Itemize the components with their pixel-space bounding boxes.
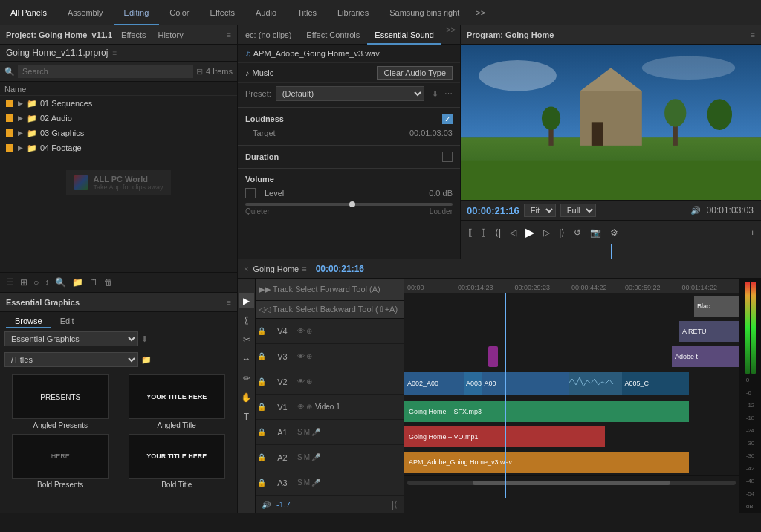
pen-tool-btn[interactable]: ✏ bbox=[239, 371, 254, 386]
eg-item-angled-title[interactable]: YOUR TITLE HERE Angled Title bbox=[121, 374, 233, 429]
a3-lock-icon[interactable]: 🔒 bbox=[256, 479, 268, 487]
nav-assembly[interactable]: Assembly bbox=[57, 0, 114, 25]
a2-solo-icon[interactable]: S bbox=[297, 453, 302, 461]
scrollbar-track[interactable] bbox=[407, 481, 736, 485]
essential-sound-tab[interactable]: Essential Sound bbox=[367, 25, 441, 45]
eg-item-angled-presents[interactable]: PRESENTS Angled Presents bbox=[4, 374, 117, 429]
export-frame-btn[interactable]: 📷 bbox=[589, 226, 603, 239]
v2-right-clip[interactable]: Adobe t bbox=[672, 346, 739, 367]
monitor-playback-bar[interactable] bbox=[461, 244, 761, 259]
sort-btn[interactable]: ↕ bbox=[43, 276, 51, 289]
v2-lock-icon[interactable]: 🔒 bbox=[256, 377, 268, 386]
list-view-btn[interactable]: ☰ bbox=[4, 276, 16, 289]
eg-item-bold-title[interactable]: YOUR TITLE HERE Bold Title bbox=[121, 434, 233, 489]
a1-mic-icon[interactable]: 🎤 bbox=[311, 428, 320, 436]
type-tool-btn[interactable]: T bbox=[239, 409, 254, 424]
v1-clip-1[interactable]: A002_A00 bbox=[404, 372, 464, 395]
a3-clip[interactable]: APM_Adobe_Going Home_v3.wav bbox=[404, 452, 689, 473]
project-title-menu[interactable]: ≡ bbox=[112, 49, 117, 57]
eg-menu-icon[interactable]: ≡ bbox=[227, 298, 231, 307]
level-checkbox[interactable] bbox=[245, 188, 256, 198]
preset-more-icon[interactable]: ⋯ bbox=[444, 89, 453, 99]
v2-eye-icon[interactable]: 👁 bbox=[297, 377, 305, 386]
sound-panel-more[interactable]: >> bbox=[441, 25, 460, 44]
v1-eye-icon[interactable]: 👁 bbox=[297, 403, 305, 411]
preset-select[interactable]: (Default) bbox=[276, 86, 424, 101]
a3-mic-icon[interactable]: 🎤 bbox=[311, 479, 320, 487]
volume-slider-track[interactable] bbox=[245, 203, 453, 206]
search-btn-bottom[interactable]: 🔍 bbox=[54, 276, 68, 289]
slip-tool-btn[interactable]: ↔ bbox=[239, 351, 254, 366]
expand-arrow-01[interactable]: ▶ bbox=[18, 100, 27, 107]
settings-btn[interactable]: ⚙ bbox=[609, 226, 620, 239]
timeline-ruler[interactable]: 00:00 00:00:14:23 00:00:29:23 00:00:44:2… bbox=[404, 279, 739, 293]
razor-tool-btn[interactable]: ✂ bbox=[239, 332, 254, 347]
v4-eye-icon[interactable]: 👁 bbox=[297, 327, 305, 335]
delete-btn[interactable]: 🗑 bbox=[103, 276, 114, 289]
volume-end-icon[interactable]: |⟨ bbox=[392, 499, 398, 510]
timeline-menu-icon[interactable]: ≡ bbox=[302, 265, 306, 273]
scrollbar-thumb[interactable] bbox=[473, 481, 670, 485]
nav-audio[interactable]: Audio bbox=[245, 0, 287, 25]
v4-lock-icon[interactable]: 🔒 bbox=[256, 327, 268, 335]
v3-right-clip[interactable]: A RETU bbox=[679, 321, 739, 342]
a3-solo-icon[interactable]: S bbox=[297, 479, 302, 487]
v2-toggle-icon[interactable]: ⊕ bbox=[306, 377, 312, 386]
folder-03-graphics[interactable]: ▶ 📁 03 Graphics bbox=[0, 126, 237, 140]
eg-tab-browse[interactable]: Browse bbox=[6, 315, 51, 328]
new-item-btn[interactable]: 🗒 bbox=[88, 276, 100, 289]
eg-dropdown-1[interactable]: Essential Graphics bbox=[4, 331, 138, 346]
a3-mute-icon[interactable]: M bbox=[304, 479, 310, 487]
quality-dropdown[interactable]: Full bbox=[560, 204, 596, 217]
clear-audio-type-button[interactable]: Clear Audio Type bbox=[377, 66, 453, 80]
a1-lock-icon[interactable]: 🔒 bbox=[256, 428, 268, 436]
volume-slider-handle[interactable] bbox=[349, 201, 355, 207]
a2-lock-icon[interactable]: 🔒 bbox=[256, 453, 268, 461]
history-tab[interactable]: History bbox=[155, 30, 186, 39]
monitor-menu-icon[interactable]: ≡ bbox=[751, 30, 755, 39]
nav-editing[interactable]: Editing bbox=[114, 0, 160, 25]
v4-right-clip[interactable]: Blac bbox=[694, 296, 739, 317]
add-marker-btn[interactable]: + bbox=[751, 228, 755, 237]
volume-knob-icon[interactable]: 🔊 bbox=[262, 501, 271, 509]
v4-toggle-icon[interactable]: ⊕ bbox=[306, 327, 312, 335]
v1-toggle-icon[interactable]: ⊕ bbox=[306, 403, 312, 411]
grid-view-btn[interactable]: ⊞ bbox=[19, 276, 29, 289]
step-fwd-btn[interactable]: ▷ bbox=[542, 226, 551, 239]
duration-checkbox[interactable] bbox=[442, 152, 453, 162]
track-back-tool[interactable]: ◁◁ Track Select Backward Tool (⇧+A) bbox=[259, 305, 398, 314]
ec-no-clips-tab[interactable]: ec: (no clips) bbox=[238, 25, 299, 45]
nav-libraries[interactable]: Libraries bbox=[327, 0, 379, 25]
v3-eye-icon[interactable]: 👁 bbox=[297, 352, 305, 360]
v1-waveform[interactable] bbox=[569, 372, 622, 395]
v3-toggle-icon[interactable]: ⊕ bbox=[306, 352, 312, 360]
nav-effects[interactable]: Effects bbox=[200, 0, 245, 25]
timeline-scrollbar[interactable] bbox=[404, 475, 739, 490]
a1-mute-icon[interactable]: M bbox=[304, 428, 310, 436]
folder-02-audio[interactable]: ▶ 📁 02 Audio bbox=[0, 111, 237, 126]
nav-color[interactable]: Color bbox=[159, 0, 199, 25]
select-tool-btn[interactable]: ▶ bbox=[239, 293, 254, 308]
folder-04-footage[interactable]: ▶ 📁 04 Footage bbox=[0, 140, 237, 155]
loop-btn[interactable]: ↺ bbox=[572, 226, 583, 239]
folder-btn[interactable]: 📁 bbox=[71, 276, 85, 289]
effects-tab[interactable]: Effects bbox=[118, 30, 149, 39]
play-button[interactable]: ▶ bbox=[524, 224, 536, 241]
mark-out-btn[interactable]: ⟧ bbox=[480, 226, 488, 239]
ripple-tool-btn[interactable]: ⟪ bbox=[239, 313, 254, 328]
a1-solo-icon[interactable]: S bbox=[297, 428, 302, 436]
v1-clip-2[interactable]: A003 bbox=[464, 372, 482, 395]
eg-dropdown-2[interactable]: /Titles bbox=[4, 352, 138, 367]
list-view-icon[interactable]: ⊟ bbox=[196, 67, 203, 77]
effect-controls-tab[interactable]: Effect Controls bbox=[299, 25, 367, 45]
nav-samsung[interactable]: Samsung bins right bbox=[379, 0, 470, 25]
eg-tab-edit[interactable]: Edit bbox=[51, 315, 83, 328]
a1-clip[interactable]: Going Home – SFX.mp3 bbox=[404, 401, 689, 422]
expand-arrow-02[interactable]: ▶ bbox=[18, 114, 27, 122]
step-back-btn[interactable]: ◁ bbox=[508, 226, 518, 239]
fit-dropdown[interactable]: Fit bbox=[524, 204, 556, 217]
go-to-in-btn[interactable]: ⟨| bbox=[493, 226, 502, 239]
eg-download-icon[interactable]: ⬇ bbox=[141, 334, 148, 344]
nav-more[interactable]: >> bbox=[470, 0, 491, 25]
mark-in-btn[interactable]: ⟦ bbox=[467, 226, 474, 239]
